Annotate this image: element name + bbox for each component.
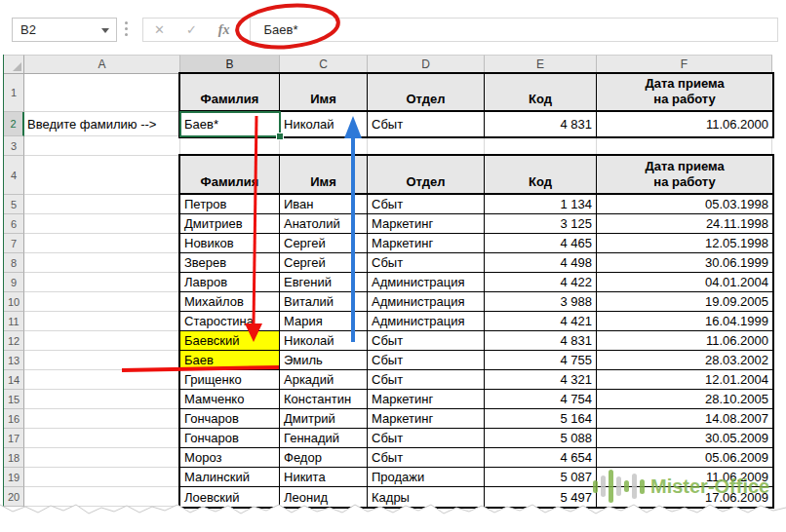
cell-E12[interactable]: 4 831 — [485, 331, 597, 351]
cell-A10[interactable] — [24, 292, 180, 312]
cell-D9[interactable]: Администрация — [368, 273, 485, 292]
cell-A14[interactable] — [24, 370, 180, 390]
column-header-B[interactable]: B — [180, 55, 280, 74]
cell-E3[interactable] — [485, 136, 597, 156]
cell-F4[interactable]: Дата приема на работу — [597, 156, 772, 195]
cell-F16[interactable]: 14.08.2007 — [597, 409, 772, 429]
cell-E9[interactable]: 4 422 — [485, 273, 597, 292]
cell-A19[interactable] — [24, 468, 180, 487]
cell-E18[interactable]: 4 654 — [485, 448, 597, 468]
cell-F9[interactable]: 04.01.2004 — [597, 273, 772, 292]
cell-D3[interactable] — [368, 136, 485, 156]
cell-B1[interactable]: Фамилия — [180, 74, 280, 112]
cell-A9[interactable] — [24, 273, 180, 292]
cell-D2[interactable]: Сбыт — [368, 112, 485, 136]
cell-D8[interactable]: Сбыт — [368, 253, 485, 273]
cell-D1[interactable]: Отдел — [368, 74, 485, 112]
cell-A16[interactable] — [24, 409, 180, 429]
cell-B16[interactable]: Гончаров — [180, 409, 280, 429]
cell-F7[interactable]: 12.05.1998 — [597, 234, 772, 253]
cell-C17[interactable]: Геннадий — [280, 429, 368, 448]
cell-B6[interactable]: Дмитриев — [180, 214, 280, 234]
row-header-18[interactable]: 18 — [4, 448, 24, 468]
cell-B2[interactable]: Баев* — [180, 112, 280, 136]
cell-B19[interactable]: Малинский — [180, 468, 280, 487]
cell-E14[interactable]: 4 321 — [485, 370, 597, 390]
row-header-11[interactable]: 11 — [4, 312, 24, 331]
cell-F15[interactable]: 28.10.2005 — [597, 390, 772, 409]
cell-F8[interactable]: 30.06.1999 — [597, 253, 772, 273]
cell-B14[interactable]: Грищенко — [180, 370, 280, 390]
cell-B5[interactable]: Петров — [180, 195, 280, 214]
row-header-5[interactable]: 5 — [4, 195, 24, 214]
cell-D4[interactable]: Отдел — [368, 156, 485, 195]
cell-F17[interactable]: 30.05.2009 — [597, 429, 772, 448]
cell-E13[interactable]: 4 755 — [485, 351, 597, 370]
cancel-icon[interactable]: ✕ — [143, 22, 176, 37]
cell-C14[interactable]: Аркадий — [280, 370, 368, 390]
row-header-13[interactable]: 13 — [4, 351, 24, 370]
cell-D10[interactable]: Администрация — [368, 292, 485, 312]
cell-C5[interactable]: Иван — [280, 195, 368, 214]
cell-B4[interactable]: Фамилия — [180, 156, 280, 195]
cell-D18[interactable]: Сбыт — [368, 448, 485, 468]
cell-F3[interactable] — [597, 136, 772, 156]
cell-B17[interactable]: Гончаров — [180, 429, 280, 448]
cell-A3[interactable] — [24, 136, 180, 156]
cell-D19[interactable]: Продажи — [368, 468, 485, 487]
cell-E19[interactable]: 5 087 — [485, 468, 597, 487]
cell-F6[interactable]: 24.11.1998 — [597, 214, 772, 234]
row-header-20[interactable]: 20 — [4, 487, 24, 507]
cell-E16[interactable]: 5 164 — [485, 409, 597, 429]
cell-A7[interactable] — [24, 234, 180, 253]
row-header-19[interactable]: 19 — [4, 468, 24, 487]
cell-E15[interactable]: 4 754 — [485, 390, 597, 409]
cell-A17[interactable] — [24, 429, 180, 448]
cell-A4[interactable] — [24, 156, 180, 195]
cell-C9[interactable]: Евгений — [280, 273, 368, 292]
row-header-9[interactable]: 9 — [4, 273, 24, 292]
cell-E1[interactable]: Код — [485, 74, 597, 112]
row-header-17[interactable]: 17 — [4, 429, 24, 448]
row-header-8[interactable]: 8 — [4, 253, 24, 273]
cell-E4[interactable]: Код — [485, 156, 597, 195]
row-header-3[interactable]: 3 — [4, 136, 24, 156]
cell-A12[interactable] — [24, 331, 180, 351]
cell-A2[interactable]: Введите фамилию --> — [24, 112, 180, 136]
cell-C20[interactable]: Леонид — [280, 487, 368, 507]
cell-C8[interactable]: Сергей — [280, 253, 368, 273]
cell-E6[interactable]: 3 125 — [485, 214, 597, 234]
cell-C11[interactable]: Мария — [280, 312, 368, 331]
cell-F2[interactable]: 11.06.2000 — [597, 112, 772, 136]
cell-F14[interactable]: 12.01.2004 — [597, 370, 772, 390]
cell-B3[interactable] — [180, 136, 280, 156]
cell-C6[interactable]: Анатолий — [280, 214, 368, 234]
cell-F19[interactable]: 11.06.2009 — [597, 468, 772, 487]
cell-B15[interactable]: Мамченко — [180, 390, 280, 409]
cell-D14[interactable]: Сбыт — [368, 370, 485, 390]
cell-B9[interactable]: Лавров — [180, 273, 280, 292]
cell-B10[interactable]: Михайлов — [180, 292, 280, 312]
cell-D16[interactable]: Маркетинг — [368, 409, 485, 429]
cell-A11[interactable] — [24, 312, 180, 331]
row-header-16[interactable]: 16 — [4, 409, 24, 429]
cell-C4[interactable]: Имя — [280, 156, 368, 195]
cell-E5[interactable]: 1 134 — [485, 195, 597, 214]
row-header-14[interactable]: 14 — [4, 370, 24, 390]
cell-D13[interactable]: Сбыт — [368, 351, 485, 370]
cell-B11[interactable]: Старостина — [180, 312, 280, 331]
cell-A8[interactable] — [24, 253, 180, 273]
cell-A6[interactable] — [24, 214, 180, 234]
cell-C1[interactable]: Имя — [280, 74, 368, 112]
cell-F10[interactable]: 19.09.2005 — [597, 292, 772, 312]
column-header-E[interactable]: E — [485, 55, 597, 74]
cell-F1[interactable]: Дата приема на работу — [597, 74, 772, 112]
cell-B20[interactable]: Лоевский — [180, 487, 280, 507]
cell-F12[interactable]: 11.06.2000 — [597, 331, 772, 351]
row-header-12[interactable]: 12 — [4, 331, 24, 351]
select-all-corner[interactable] — [4, 55, 24, 74]
cell-A5[interactable] — [24, 195, 180, 214]
cell-F18[interactable]: 05.06.2009 — [597, 448, 772, 468]
cell-E11[interactable]: 4 421 — [485, 312, 597, 331]
fill-handle[interactable] — [276, 133, 284, 140]
